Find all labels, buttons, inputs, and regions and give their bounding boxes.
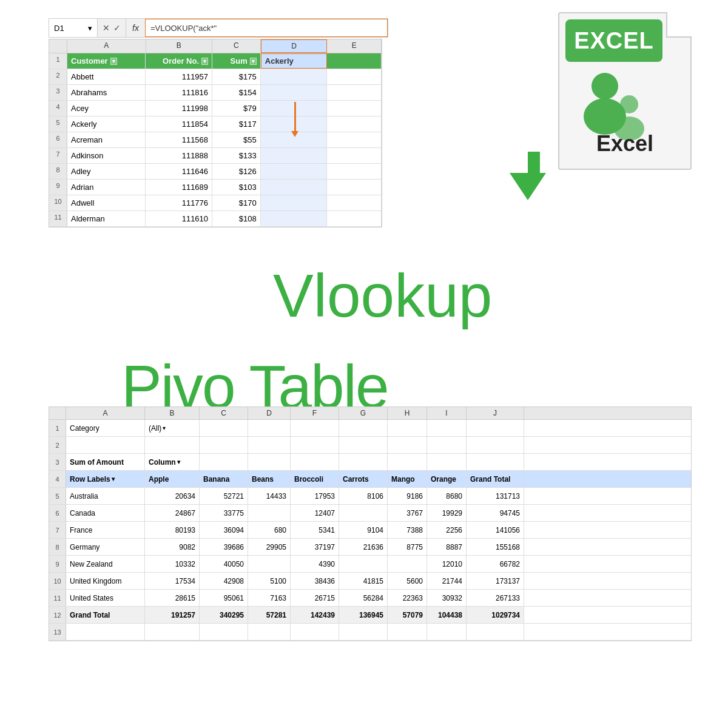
pivot-cell-beans[interactable] xyxy=(248,505,291,521)
cell-reference-box[interactable]: D1 ▾ xyxy=(49,19,98,37)
pivot-cell-country[interactable]: Australia xyxy=(66,488,145,504)
pivot-cell-grand-total[interactable]: 131713 xyxy=(467,488,524,504)
pivot-cell-beans[interactable]: 29905 xyxy=(248,539,291,555)
column-filter-icon[interactable]: ▾ xyxy=(177,459,180,465)
filter-btn-a[interactable]: ▾ xyxy=(110,58,117,65)
pivot-col-a[interactable]: A xyxy=(66,407,145,419)
cell-sum[interactable]: $103 xyxy=(212,180,261,195)
pivot-cell-apple[interactable]: 28615 xyxy=(145,590,200,606)
pivot-cell-apple[interactable]: 17534 xyxy=(145,573,200,589)
pivot-cell-grand-total[interactable]: 141056 xyxy=(467,522,524,538)
cell-e1[interactable] xyxy=(327,53,382,69)
cell-sum[interactable]: $175 xyxy=(212,69,261,84)
cell-a1[interactable]: Customer ▾ xyxy=(67,53,146,69)
filter-btn-c[interactable]: ▾ xyxy=(250,58,257,65)
cell-customer[interactable]: Acreman xyxy=(67,132,146,147)
cell-customer[interactable]: Ackerly xyxy=(67,116,146,132)
cancel-icon[interactable]: ✕ xyxy=(103,23,110,33)
cell-order-no[interactable]: 111998 xyxy=(146,101,212,116)
pivot-cell-3b[interactable]: Column ▾ xyxy=(145,454,200,470)
col-header-a[interactable]: A xyxy=(67,39,146,53)
pivot-cell-apple[interactable]: 9082 xyxy=(145,539,200,555)
pivot-cell-broccoli[interactable]: 5341 xyxy=(291,522,339,538)
cell-b1[interactable]: Order No. ▾ xyxy=(146,53,212,69)
pivot-cell-grand-total[interactable]: 66782 xyxy=(467,556,524,572)
pivot-cell-country[interactable]: Canada xyxy=(66,505,145,521)
pivot-cell-carrots[interactable] xyxy=(339,505,388,521)
col-header-e[interactable]: E xyxy=(327,39,382,53)
pivot-cell-apple[interactable]: 10332 xyxy=(145,556,200,572)
cell-order-no[interactable]: 111568 xyxy=(146,132,212,147)
pivot-header-a[interactable]: Row Labels ▾ xyxy=(66,471,145,487)
pivot-header-b[interactable]: Apple xyxy=(145,471,200,487)
pivot-cell-carrots[interactable]: 41815 xyxy=(339,573,388,589)
pivot-cell-banana[interactable]: 52721 xyxy=(200,488,248,504)
pivot-col-g[interactable]: H xyxy=(388,407,427,419)
pivot-cell-mango[interactable]: 9186 xyxy=(388,488,427,504)
pivot-cell-carrots[interactable]: 8106 xyxy=(339,488,388,504)
cell-order-no[interactable]: 111610 xyxy=(146,211,212,226)
formula-input[interactable]: =VLOOKUP("ack*" xyxy=(145,19,388,37)
cell-customer[interactable]: Adley xyxy=(67,164,146,179)
col-header-c[interactable]: C xyxy=(212,39,261,53)
pivot-col-h[interactable]: I xyxy=(427,407,467,419)
cell-order-no[interactable]: 111646 xyxy=(146,164,212,179)
cell-order-no[interactable]: 111689 xyxy=(146,180,212,195)
cell-customer[interactable]: Acey xyxy=(67,101,146,116)
cell-sum[interactable]: $117 xyxy=(212,116,261,132)
pivot-header-h[interactable]: Orange xyxy=(427,471,467,487)
cell-d1[interactable]: Ackerly xyxy=(261,53,328,69)
pivot-cell-1b[interactable]: (All) ▾ xyxy=(145,420,200,436)
pivot-cell-3a[interactable]: Sum of Amount xyxy=(66,454,145,470)
cell-sum[interactable]: $79 xyxy=(212,101,261,116)
pivot-header-c[interactable]: Banana xyxy=(200,471,248,487)
cell-c1[interactable]: Sum ▾ xyxy=(212,53,261,69)
cell-sum[interactable]: $170 xyxy=(212,195,261,211)
pivot-col-d[interactable]: D xyxy=(248,407,291,419)
pivot-cell-carrots[interactable]: 21636 xyxy=(339,539,388,555)
pivot-cell-broccoli[interactable]: 4390 xyxy=(291,556,339,572)
pivot-cell-orange[interactable]: 2256 xyxy=(427,522,467,538)
pivot-cell-banana[interactable]: 40050 xyxy=(200,556,248,572)
pivot-cell-banana[interactable]: 33775 xyxy=(200,505,248,521)
pivot-cell-mango[interactable]: 5600 xyxy=(388,573,427,589)
cell-order-no[interactable]: 111888 xyxy=(146,148,212,163)
pivot-header-i[interactable]: Grand Total xyxy=(467,471,524,487)
pivot-header-g[interactable]: Mango xyxy=(388,471,427,487)
pivot-cell-banana[interactable]: 39686 xyxy=(200,539,248,555)
cell-customer[interactable]: Alderman xyxy=(67,211,146,226)
pivot-cell-orange[interactable]: 8680 xyxy=(427,488,467,504)
pivot-cell-grand-total[interactable]: 94745 xyxy=(467,505,524,521)
pivot-cell-banana[interactable]: 42908 xyxy=(200,573,248,589)
cell-sum[interactable]: $126 xyxy=(212,164,261,179)
pivot-col-f[interactable]: G xyxy=(339,407,388,419)
pivot-col-e[interactable]: F xyxy=(291,407,339,419)
pivot-cell-apple[interactable]: 20634 xyxy=(145,488,200,504)
cell-customer[interactable]: Adkinson xyxy=(67,148,146,163)
cell-customer[interactable]: Adwell xyxy=(67,195,146,211)
pivot-cell-orange[interactable]: 12010 xyxy=(427,556,467,572)
col-header-b[interactable]: B xyxy=(146,39,213,53)
pivot-cell-mango[interactable]: 3767 xyxy=(388,505,427,521)
pivot-cell-apple[interactable]: 24867 xyxy=(145,505,200,521)
cell-order-no[interactable]: 111854 xyxy=(146,116,212,132)
confirm-icon[interactable]: ✓ xyxy=(113,23,121,33)
pivot-cell-mango[interactable]: 8775 xyxy=(388,539,427,555)
pivot-cell-beans[interactable]: 7163 xyxy=(248,590,291,606)
cell-order-no[interactable]: 111776 xyxy=(146,195,212,211)
pivot-cell-country[interactable]: United States xyxy=(66,590,145,606)
pivot-cell-grand-total[interactable]: 155168 xyxy=(467,539,524,555)
pivot-cell-carrots[interactable] xyxy=(339,556,388,572)
cell-sum[interactable]: $108 xyxy=(212,211,261,226)
pivot-cell-mango[interactable]: 7388 xyxy=(388,522,427,538)
pivot-cell-carrots[interactable]: 9104 xyxy=(339,522,388,538)
filter-btn-b[interactable]: ▾ xyxy=(201,58,208,65)
pivot-col-b[interactable]: B xyxy=(145,407,200,419)
cell-sum[interactable]: $154 xyxy=(212,85,261,100)
pivot-cell-beans[interactable]: 680 xyxy=(248,522,291,538)
pivot-col-j[interactable]: J xyxy=(467,407,524,419)
cell-customer[interactable]: Abrahams xyxy=(67,85,146,100)
pivot-cell-country[interactable]: France xyxy=(66,522,145,538)
pivot-header-f[interactable]: Carrots xyxy=(339,471,388,487)
filter-dropdown-icon[interactable]: ▾ xyxy=(163,425,166,431)
